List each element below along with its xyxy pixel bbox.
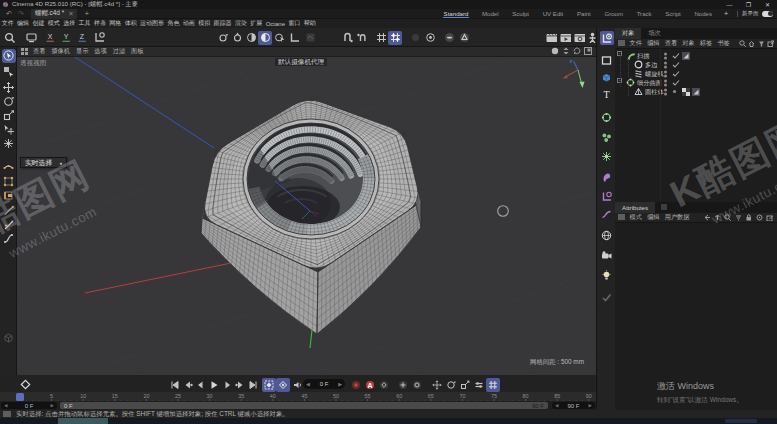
next-frame-button[interactable] — [220, 378, 234, 392]
range-end-right-arrow[interactable]: ▶ — [589, 403, 592, 408]
rotation-toggle-button[interactable] — [444, 378, 458, 392]
range-end-spinner[interactable]: ◀90 F▶ — [552, 402, 595, 409]
symmetry-create[interactable] — [600, 149, 614, 163]
attr-menu-item[interactable]: 用户数据 — [662, 213, 692, 222]
tool-circle-2-icon[interactable] — [230, 31, 244, 45]
range-start-left-arrow[interactable]: ◀ — [4, 403, 7, 408]
om-tree-row-3[interactable]: 螺旋线 — [615, 69, 777, 78]
undo-button[interactable]: ↶ — [3, 10, 15, 18]
layout-tab-nodes[interactable]: Nodes — [688, 9, 719, 18]
range-slider[interactable]: 0 F90 F — [60, 402, 548, 409]
interface-toggle[interactable] — [762, 11, 773, 17]
om-search-icon[interactable] — [739, 40, 746, 48]
om-burger-icon[interactable] — [615, 40, 627, 47]
workplane-icon[interactable] — [287, 31, 301, 45]
record-position-button[interactable] — [262, 378, 276, 392]
attr-burger-icon[interactable] — [615, 214, 627, 221]
spline-deformer-create[interactable] — [600, 189, 614, 203]
menu-item[interactable]: 创建 — [31, 19, 46, 28]
om-menu-item[interactable]: 查看 — [662, 39, 680, 48]
add-keyframe-button[interactable] — [18, 378, 32, 392]
attributes-tab[interactable]: Attributes — [615, 202, 655, 213]
viewport-menu-item[interactable]: 摄像机 — [48, 47, 73, 56]
om-tree-row-2[interactable]: 多边 — [615, 60, 777, 69]
attr-search-icon[interactable] — [724, 214, 732, 222]
minimize-button[interactable]: — — [720, 0, 739, 9]
menu-item[interactable]: 运动图形 — [138, 19, 165, 28]
range-end-left-arrow[interactable]: ◀ — [555, 403, 558, 408]
viewport-menu-item[interactable]: 面板 — [128, 47, 146, 56]
attr-menu-item[interactable]: 编辑 — [645, 213, 663, 222]
attr-menu-item[interactable]: 模式 — [627, 213, 645, 222]
menu-item[interactable]: 网格 — [108, 19, 123, 28]
layout-tab-sculpt[interactable]: Sculpt — [505, 9, 536, 18]
attr-lock-icon[interactable] — [745, 214, 753, 222]
layout-tab-model[interactable]: Model — [475, 9, 505, 18]
menu-item[interactable]: 帮助 — [302, 19, 317, 28]
viewport-canvas[interactable]: z — [17, 57, 596, 375]
point-mode-tool[interactable] — [2, 174, 16, 188]
tool-circle-1-icon[interactable] — [216, 31, 230, 45]
menu-item[interactable]: 跟踪器 — [212, 19, 233, 28]
target-button[interactable] — [423, 31, 437, 45]
timeline-ruler[interactable]: 51015202530354045505560657075808590 — [0, 392, 596, 401]
knob-2-button[interactable] — [457, 31, 471, 45]
tool-cursor-icon[interactable] — [272, 31, 286, 45]
snap-mode-button[interactable] — [354, 31, 368, 45]
bend-deformer-create[interactable] — [600, 170, 614, 184]
vp-sphere-icon[interactable] — [551, 47, 559, 56]
multi-axis-tool[interactable] — [2, 137, 16, 151]
menu-item[interactable]: 模拟 — [197, 19, 212, 28]
light-create[interactable] — [600, 268, 614, 282]
dim-circle-button[interactable] — [408, 31, 422, 45]
new-document-tab-button[interactable]: + — [84, 9, 89, 18]
vp-maximize-icon[interactable] — [584, 47, 592, 56]
layout-tab-uv-edit[interactable]: UV Edit — [536, 9, 570, 18]
om-menu-item[interactable]: 书签 — [715, 39, 733, 48]
rotate-tool[interactable] — [2, 95, 16, 109]
menu-item[interactable]: 窗口 — [287, 19, 302, 28]
knob-1-button[interactable] — [442, 31, 456, 45]
menu-item[interactable]: 工具 — [77, 19, 92, 28]
attr-filter-icon[interactable] — [735, 214, 743, 222]
free-move-tool[interactable] — [2, 123, 16, 137]
text-create[interactable]: T — [600, 87, 614, 101]
move-tool[interactable] — [2, 80, 16, 94]
snap-enable-button[interactable] — [340, 31, 354, 45]
rect-selection-tool[interactable] — [2, 64, 16, 78]
viewport[interactable]: 查看摄像机显示选项过滤面板 z 透视视图 默认摄像机代理 网格间距 : 500 … — [17, 47, 596, 375]
coordinate-system-button[interactable] — [92, 31, 106, 45]
viewport-menu-item[interactable]: 过滤 — [110, 47, 128, 56]
attr-back-icon[interactable] — [703, 214, 711, 222]
range-start-right-arrow[interactable]: ▶ — [51, 403, 54, 408]
record-keyframe-button[interactable] — [276, 378, 290, 392]
viewport-menu-item[interactable]: 查看 — [30, 47, 48, 56]
menu-item[interactable]: 编辑 — [15, 19, 30, 28]
record-active-objects-button[interactable] — [349, 378, 363, 392]
menu-item[interactable]: 动画 — [181, 19, 196, 28]
layout-tab-standard[interactable]: Standard — [437, 9, 475, 18]
viewport-menu-item[interactable]: 显示 — [73, 47, 91, 56]
vp-updown-icon[interactable] — [562, 47, 570, 56]
phong-tag-icon[interactable] — [692, 88, 700, 97]
om-tab[interactable]: 场次 — [641, 28, 667, 39]
scale-tool[interactable] — [2, 109, 16, 123]
render-picture-viewer-button[interactable] — [558, 31, 572, 45]
lock-z-button[interactable]: Z — [75, 31, 89, 45]
menu-item[interactable]: 模式 — [46, 19, 61, 28]
grid-quantize-button[interactable] — [374, 31, 388, 45]
render-settings-button[interactable] — [572, 31, 586, 45]
menu-item[interactable]: 扩展 — [249, 19, 264, 28]
uvw-tag-icon[interactable] — [682, 88, 690, 97]
layout-tab-track[interactable]: Track — [630, 9, 659, 18]
subdivision-surface-create[interactable] — [600, 110, 614, 124]
om-tree-row-5[interactable]: 圆柱体 — [615, 87, 777, 96]
commander-search-icon[interactable] — [2, 31, 16, 45]
document-tab-close-icon[interactable]: ✕ — [68, 10, 73, 18]
sky-create[interactable] — [600, 228, 614, 242]
cube-create[interactable] — [600, 70, 614, 84]
lock-x-button[interactable]: X — [43, 31, 57, 45]
menu-item[interactable]: 渲染 — [233, 19, 248, 28]
attr-target-icon[interactable] — [756, 214, 764, 222]
viewport-grid-icon[interactable] — [17, 48, 30, 56]
